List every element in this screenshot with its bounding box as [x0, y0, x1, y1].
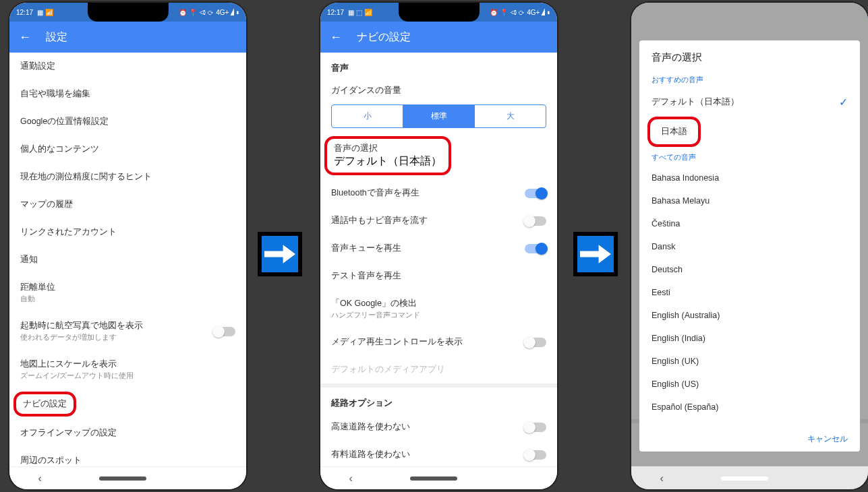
section-all-voices: すべての音声	[639, 148, 860, 166]
toggle-call-audio[interactable]	[525, 216, 546, 226]
phone-settings: 12:17 ▦ 📶 ⏰ 📍 ⏿ ⟳ 4G+ ◢ ▮ ← 設定 通勤設定 自宅や職…	[9, 3, 246, 489]
voice-item[interactable]: English (Australia)	[639, 304, 860, 327]
row-distance-unit[interactable]: 距離単位自動	[9, 274, 246, 312]
toggle-satellite[interactable]	[214, 327, 235, 336]
row-audio-cue[interactable]: 音声キューを再生	[320, 235, 557, 262]
row-avoid-tolls[interactable]: 有料道路を使わない	[320, 441, 557, 466]
row-audio-during-call[interactable]: 通話中もナビ音声を流す	[320, 207, 557, 235]
voice-item[interactable]: Bahasa Indonesia	[639, 166, 860, 189]
seg-standard[interactable]: 標準	[403, 105, 474, 127]
row-notifications[interactable]: 通知	[9, 246, 246, 274]
voice-japanese[interactable]: 日本語	[657, 123, 691, 140]
status-bar: 12:17 ▦ 📶 ⏰ 📍 ⏿ ⟳ 4G+ ◢ ▮	[9, 3, 246, 22]
seg-small[interactable]: 小	[332, 105, 403, 127]
seg-large[interactable]: 大	[474, 105, 546, 127]
nav-home-pill[interactable]	[721, 476, 768, 481]
dialog-footer: キャンセル	[639, 427, 860, 452]
voice-item[interactable]: Bahasa Melayu	[639, 189, 860, 212]
voice-item[interactable]: Español (España)	[639, 396, 860, 419]
nav-home-pill[interactable]	[99, 476, 146, 481]
row-personal-content[interactable]: 個人的なコンテンツ	[9, 135, 246, 163]
voice-item[interactable]: Eesti	[639, 281, 860, 304]
row-satellite-startup[interactable]: 起動時に航空写真で地図を表示使われるデータが増加します	[9, 312, 246, 350]
notch	[399, 3, 480, 22]
status-time: 12:17	[16, 9, 33, 16]
row-ok-google[interactable]: 「OK Google」の検出ハンズフリー音声コマンド	[320, 290, 557, 328]
app-bar: ← 設定	[9, 22, 246, 53]
system-nav: ‹	[631, 466, 868, 489]
modal-backdrop[interactable]: 音声の選択 おすすめの音声 デフォルト（日本語） ✓ 日本語 すべての音声 Ba…	[631, 3, 868, 489]
status-icons-left: ▦ 📶	[37, 9, 53, 16]
row-google-location[interactable]: Googleの位置情報設定	[9, 108, 246, 135]
voice-item[interactable]: Čeština	[639, 212, 860, 235]
phone-voice-select: 12:17 ▦ ⬚ 📶 ⏰ 📍 ⏿ ⟳ 4G+ ◢ ▮ 音 ガ 経 高 地図の表…	[631, 3, 868, 489]
status-bar: 12:17 ▦ ⬚ 📶 ⏰ 📍 ⏿ ⟳ 4G+ ◢ ▮	[320, 3, 557, 22]
appbar-title: ナビの設定	[357, 30, 411, 44]
status-time: 12:17	[327, 9, 344, 16]
status-icons-right: ⏰ 📍 ⏿ ⟳ 4G+ ◢ ▮	[490, 9, 550, 16]
toggle-media-controls[interactable]	[525, 338, 546, 347]
section-audio: 音声	[320, 53, 557, 78]
voice-list[interactable]: おすすめの音声 デフォルト（日本語） ✓ 日本語 すべての音声 Bahasa I…	[639, 71, 860, 427]
voice-item[interactable]: English (India)	[639, 327, 860, 350]
row-media-controls[interactable]: メディア再生コントロールを表示	[320, 328, 557, 356]
row-edit-home-work[interactable]: 自宅や職場を編集	[9, 80, 246, 108]
notch	[88, 3, 169, 22]
nav-back-icon[interactable]: ‹	[349, 472, 353, 485]
voice-select-dialog: 音声の選択 おすすめの音声 デフォルト（日本語） ✓ 日本語 すべての音声 Ba…	[639, 40, 860, 452]
voice-item[interactable]: English (US)	[639, 373, 860, 396]
navi-settings-list[interactable]: 音声 ガイダンスの音量 小 標準 大 音声の選択 デフォルト（日本語） Blue…	[320, 53, 557, 466]
highlight-navi-settings: ナビの設定	[13, 392, 76, 417]
voice-select-label[interactable]: 音声の選択	[334, 143, 378, 154]
row-nearby-spots[interactable]: 周辺のスポット	[9, 447, 246, 466]
status-icons-right: ⏰ 📍 ⏿ ⟳ 4G+ ◢ ▮	[179, 9, 239, 16]
toggle-highways[interactable]	[525, 423, 546, 432]
voice-default-jp[interactable]: デフォルト（日本語） ✓	[639, 89, 860, 115]
row-offline-maps[interactable]: オフラインマップの設定	[9, 419, 246, 447]
nav-back-icon[interactable]: ‹	[660, 472, 664, 485]
row-maps-history[interactable]: マップの履歴	[9, 191, 246, 218]
highlight-voice-select: 音声の選択 デフォルト（日本語）	[324, 136, 451, 175]
row-bluetooth-audio[interactable]: Bluetoothで音声を再生	[320, 179, 557, 207]
system-nav: ‹	[320, 466, 557, 489]
row-test-audio[interactable]: テスト音声を再生	[320, 262, 557, 290]
arrow-step-1	[258, 232, 302, 276]
dialog-title: 音声の選択	[639, 40, 860, 71]
voice-select-sub: デフォルト（日本語）	[334, 154, 442, 168]
guidance-volume-label: ガイダンスの音量	[320, 78, 557, 100]
toggle-audio-cue[interactable]	[525, 244, 546, 253]
voice-item[interactable]: Español (Latinoamérica)	[639, 419, 860, 427]
row-commute[interactable]: 通勤設定	[9, 53, 246, 80]
voice-item[interactable]: English (UK)	[639, 350, 860, 373]
highlight-japanese: 日本語	[647, 117, 701, 147]
back-button[interactable]: ←	[19, 30, 31, 44]
app-bar: ← ナビの設定	[320, 22, 557, 53]
row-default-media-app: デフォルトのメディアアプリ	[320, 356, 557, 383]
row-scale-on-map[interactable]: 地図上にスケールを表示ズームイン/ズームアウト時に使用	[9, 350, 246, 389]
row-navi-settings[interactable]: ナビの設定	[23, 398, 67, 410]
arrow-step-2	[573, 232, 618, 276]
phone-navi-settings: 12:17 ▦ ⬚ 📶 ⏰ 📍 ⏿ ⟳ 4G+ ◢ ▮ ← ナビの設定 音声 ガ…	[320, 3, 557, 489]
row-avoid-highways[interactable]: 高速道路を使わない	[320, 413, 557, 441]
back-button[interactable]: ←	[330, 30, 342, 44]
nav-back-icon[interactable]: ‹	[38, 472, 42, 485]
nav-home-pill[interactable]	[410, 476, 457, 481]
section-recommended: おすすめの音声	[639, 71, 860, 89]
system-nav: ‹	[9, 466, 246, 489]
toggle-bluetooth[interactable]	[525, 189, 546, 198]
voice-item[interactable]: Dansk	[639, 235, 860, 258]
row-location-accuracy[interactable]: 現在地の測位精度に関するヒント	[9, 163, 246, 191]
voice-item[interactable]: Deutsch	[639, 258, 860, 281]
check-icon: ✓	[839, 96, 848, 109]
status-icons-left: ▦ ⬚ 📶	[348, 9, 372, 16]
row-linked-accounts[interactable]: リンクされたアカウント	[9, 218, 246, 246]
settings-list[interactable]: 通勤設定 自宅や職場を編集 Googleの位置情報設定 個人的なコンテンツ 現在…	[9, 53, 246, 466]
section-route: 経路オプション	[320, 388, 557, 413]
cancel-button[interactable]: キャンセル	[807, 434, 848, 443]
volume-segmented: 小 標準 大	[331, 104, 546, 128]
toggle-tolls[interactable]	[525, 450, 546, 460]
appbar-title: 設定	[46, 30, 67, 44]
